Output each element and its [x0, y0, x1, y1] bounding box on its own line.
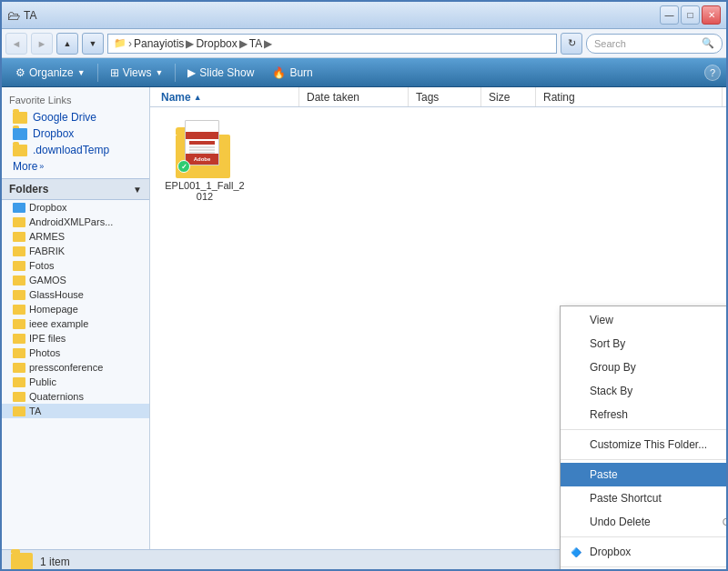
dropbox-folder-icon — [13, 203, 25, 213]
view-ctx-icon — [568, 312, 584, 328]
title-bar-left: 🗁 TA — [7, 8, 36, 23]
more-link[interactable]: More » — [9, 158, 142, 175]
ta-icon — [13, 406, 25, 416]
sidebar-item-public[interactable]: Public — [2, 375, 149, 389]
sidebar-item-download-temp[interactable]: .downloadTemp — [9, 142, 142, 158]
sidebar-item-armes[interactable]: ARMES — [2, 229, 149, 244]
burn-icon: 🔥 — [272, 66, 286, 79]
path-ta[interactable]: TA — [249, 37, 262, 50]
sidebar-item-ta[interactable]: TA — [2, 404, 149, 418]
ctx-paste-shortcut[interactable]: Paste Shortcut — [561, 486, 728, 510]
organize-button[interactable]: ⚙ Organize ▼ — [7, 62, 94, 84]
sidebar-item-glasshouse[interactable]: GlassHouse — [2, 287, 149, 302]
sidebar-item-fabrik[interactable]: FABRIK — [2, 244, 149, 258]
folders-header[interactable]: Folders ▼ — [2, 178, 149, 200]
context-menu: View ▶ Sort By ▶ Group By ▶ Stack By ▶ — [560, 306, 728, 571]
sidebar-item-quaternions[interactable]: Quaternions — [2, 389, 149, 404]
close-button[interactable]: ✕ — [702, 5, 721, 25]
sidebar-item-google-drive[interactable]: Google Drive — [9, 109, 142, 125]
help-button[interactable]: ? — [704, 65, 721, 81]
status-folder-icon — [11, 553, 33, 571]
sidebar-item-ieee[interactable]: ieee example — [2, 316, 149, 331]
right-panel: Name ▲ Date taken Tags Size Rating — [150, 87, 726, 549]
organize-icon: ⚙ — [15, 66, 25, 79]
favorite-links: Favorite Links Google Drive Dropbox .dow… — [2, 87, 149, 178]
sidebar-item-dropbox[interactable]: Dropbox — [9, 125, 142, 142]
favorite-links-title: Favorite Links — [9, 95, 142, 105]
sidebar-item-dropbox-folder[interactable]: Dropbox — [2, 200, 149, 215]
ctx-sep-2 — [561, 459, 728, 460]
col-header-tags[interactable]: Tags — [409, 87, 481, 106]
paste-ctx-icon — [568, 466, 584, 483]
more-label: More — [13, 160, 37, 173]
sidebar-item-photos[interactable]: Photos — [2, 346, 149, 360]
armes-icon — [13, 232, 25, 242]
sidebar-item-ipe[interactable]: IPE files — [2, 331, 149, 346]
pressconf-icon — [13, 363, 25, 373]
main-layout: Favorite Links Google Drive Dropbox .dow… — [2, 87, 726, 549]
ctx-dropbox-label: Dropbox — [590, 546, 631, 558]
status-folder: 1 item — [11, 553, 70, 571]
col-header-rating[interactable]: Rating — [536, 87, 723, 106]
ctx-undo-delete[interactable]: Undo Delete Ctrl+Z — [561, 510, 728, 534]
folders-title: Folders — [9, 183, 48, 195]
col-header-date[interactable]: Date taken — [299, 87, 409, 106]
burn-button[interactable]: 🔥 Burn — [264, 62, 320, 84]
views-arrow-icon: ▼ — [155, 68, 163, 77]
back-button[interactable]: ◄ — [5, 33, 27, 55]
col-header-name[interactable]: Name ▲ — [154, 87, 299, 106]
dropbox-ctx-icon: 🔷 — [568, 544, 584, 560]
ctx-stack-by[interactable]: Stack By ▶ — [561, 379, 728, 403]
ctx-undo-shortcut: Ctrl+Z — [723, 516, 728, 527]
path-panayiotis[interactable]: Panayiotis — [134, 37, 184, 50]
ctx-group-by[interactable]: Group By ▶ — [561, 356, 728, 379]
address-path[interactable]: 📁 › Panayiotis ▶ Dropbox ▶ TA ▶ — [107, 34, 557, 54]
paste-shortcut-ctx-icon — [568, 490, 584, 506]
ctx-customize[interactable]: Customize This Folder... — [561, 433, 728, 456]
slideshow-button[interactable]: ▶ Slide Show — [179, 62, 262, 84]
ctx-paste[interactable]: Paste — [561, 463, 728, 486]
folders-list: Dropbox AndroidXMLPars... ARMES FABRIK F… — [2, 200, 149, 418]
sidebar-item-fotos[interactable]: Fotos — [2, 258, 149, 273]
ctx-dropbox[interactable]: 🔷 Dropbox ▶ — [561, 540, 728, 564]
file-item-epl001[interactable]: Adobe ✓ EPL001_1_Fall_2012 — [159, 116, 250, 205]
sidebar-item-gamos[interactable]: GAMOS — [2, 273, 149, 287]
maximize-button[interactable]: □ — [681, 5, 700, 25]
document-overlay: Adobe — [185, 120, 219, 165]
ctx-sort-by[interactable]: Sort By ▶ — [561, 332, 728, 356]
up-button[interactable]: ▲ — [56, 33, 78, 55]
google-drive-icon — [13, 112, 27, 124]
ctx-view[interactable]: View ▶ — [561, 308, 728, 332]
path-dropbox[interactable]: Dropbox — [196, 37, 237, 50]
android-icon — [13, 217, 25, 227]
search-icon: 🔍 — [702, 37, 714, 49]
search-box[interactable]: Search 🔍 — [586, 34, 723, 54]
toolbar-separator-2 — [175, 64, 176, 82]
public-icon — [13, 377, 25, 387]
title-bar-controls: — □ ✕ — [660, 5, 721, 25]
left-panel: Favorite Links Google Drive Dropbox .dow… — [2, 87, 150, 549]
sidebar-item-homepage[interactable]: Homepage — [2, 302, 149, 316]
search-placeholder: Search — [594, 38, 626, 49]
recent-button[interactable]: ▼ — [82, 33, 104, 55]
group-by-ctx-icon — [568, 359, 584, 376]
minimize-button[interactable]: — — [660, 5, 679, 25]
fabrik-icon — [13, 246, 25, 256]
ctx-customize-label: Customize This Folder... — [590, 438, 707, 451]
sync-checkmark-badge: ✓ — [177, 160, 190, 173]
ctx-refresh[interactable]: Refresh — [561, 403, 728, 426]
forward-button[interactable]: ► — [31, 33, 53, 55]
refresh-address-button[interactable]: ↻ — [561, 33, 582, 55]
glasshouse-icon — [13, 290, 25, 300]
views-button[interactable]: ⊞ Views ▼ — [102, 62, 172, 84]
ctx-undo-delete-label: Undo Delete — [590, 516, 651, 528]
ctx-group-by-label: Group By — [590, 361, 636, 374]
undo-delete-ctx-icon — [568, 514, 584, 530]
ctx-stack-by-label: Stack By — [590, 385, 632, 397]
name-sort-icon: ▲ — [194, 93, 202, 102]
col-header-size[interactable]: Size — [481, 87, 536, 106]
ctx-sep-3 — [561, 536, 728, 537]
views-icon: ⊞ — [110, 66, 119, 79]
sidebar-item-pressconf[interactable]: pressconference — [2, 360, 149, 375]
sidebar-item-android[interactable]: AndroidXMLPars... — [2, 215, 149, 229]
